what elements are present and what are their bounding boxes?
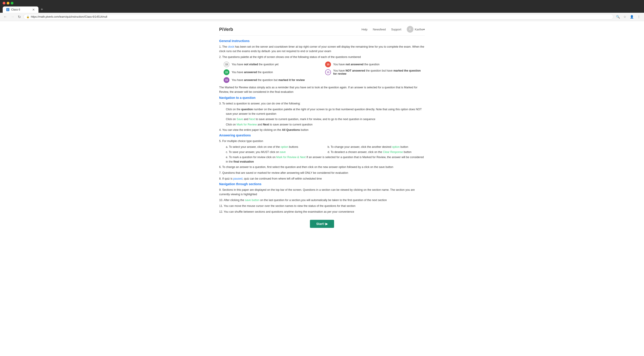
url-text: https://math.piverb.com/learn/quizInstru…: [31, 15, 610, 18]
fullscreen-button[interactable]: [11, 2, 14, 4]
instruction-2: 2. The questions palette at the right of…: [219, 55, 425, 59]
status-not-answered-marked-label: You have NOT answered the question but h…: [333, 69, 425, 75]
circle-not-answered-marked: 15: [325, 69, 331, 75]
newsfeed-link[interactable]: Newsfeed: [373, 28, 386, 31]
status-answered: 15 You have answered the question: [224, 69, 323, 75]
instruction-6: 6. To change an answer to a question, fi…: [219, 165, 425, 169]
instruction-10: 10. After clicking the save button on th…: [219, 198, 425, 202]
instruction-3: 3. To select a question to answer, you c…: [219, 101, 425, 106]
status-not-visited: 15 You have not visited the question yet: [224, 62, 323, 67]
site-logo: PiVerb: [219, 27, 233, 32]
instruction-7: 7. Questions that are saved or marked fo…: [219, 170, 425, 175]
browser-toolbar: ← → ↻ 🔒 https://math.piverb.com/learn/qu…: [0, 13, 644, 21]
minimize-button[interactable]: [7, 2, 10, 4]
instruction-4: 4. You can view the entire paper by clic…: [219, 128, 425, 132]
circle-not-answered: 15: [325, 62, 331, 67]
answer-row-a: a. To select your answer, click on one o…: [226, 145, 323, 149]
marked-review-note: The Marked for Review status simply acts…: [219, 85, 425, 94]
instruction-5: 5. For multiple choice type question: [219, 139, 425, 143]
active-tab[interactable]: C Class 6 ✕: [3, 6, 38, 13]
instruction-1: 1. The clock has been set on the server …: [219, 44, 425, 54]
answer-row-c: c. To save your answer, you MUST click o…: [226, 150, 323, 154]
tab-title: Class 6: [11, 8, 20, 11]
start-button[interactable]: Start! ▶: [310, 220, 334, 228]
status-answered-label: You have answered the question: [232, 71, 273, 74]
sub-instruction-3-3: Click on Mark for Review and Next to sav…: [226, 122, 425, 127]
toolbar-icons: 🔍 ☆ 👤 ⋮: [615, 14, 641, 19]
close-button[interactable]: [3, 2, 5, 4]
lock-icon: 🔒: [26, 16, 30, 18]
status-grid: 15 You have not visited the question yet…: [224, 62, 425, 83]
answer-row-e: e. To mark a question for review click o…: [226, 155, 425, 164]
circle-answered-marked: 15: [224, 77, 230, 83]
status-answered-marked-label: You have answered the question but marke…: [232, 78, 305, 82]
start-button-wrapper: Start! ▶: [219, 215, 425, 232]
general-instructions-title: General Instructions: [219, 39, 425, 43]
nav-question-title: Navigation to a question: [219, 96, 425, 100]
browser-tabs: C Class 6 ✕ +: [3, 6, 641, 13]
tab-close-icon[interactable]: ✕: [32, 8, 35, 12]
new-tab-button[interactable]: +: [39, 6, 45, 13]
back-button[interactable]: ←: [3, 14, 8, 19]
answer-row-cd: c. To save your answer, you MUST click o…: [226, 150, 425, 154]
bookmark-icon[interactable]: ☆: [622, 14, 627, 19]
refresh-button[interactable]: ↻: [17, 14, 22, 20]
answer-row-b: b. To change your answer, click the anot…: [328, 145, 425, 149]
traffic-lights: [3, 2, 641, 4]
answer-row-d: d. To deselect a chosen answer, click on…: [328, 150, 425, 154]
status-not-answered-marked: 15 You have NOT answered the question bu…: [325, 69, 425, 75]
page-wrapper: PiVerb Help Newsfeed Support K Karthe▾ G…: [215, 21, 429, 246]
header-nav: Help Newsfeed Support K Karthe▾: [362, 26, 425, 33]
sub-instruction-3-1: Click on the question number on the ques…: [226, 107, 425, 116]
answering-questions-title: Answering questions: [219, 134, 425, 137]
status-not-visited-label: You have not visited the question yet: [232, 63, 278, 66]
nav-sections-title: Navigation through sections: [219, 182, 425, 186]
answering-subgrid: a. To select your answer, click on one o…: [226, 145, 425, 164]
tab-favicon: C: [6, 8, 10, 11]
clock-link[interactable]: clock: [228, 45, 234, 48]
status-answered-marked: 15 You have answered the question but ma…: [224, 77, 323, 83]
instruction-12: 12. You can shuffle between sections and…: [219, 210, 425, 214]
status-not-answered-label: You have not answered the question: [333, 63, 380, 66]
user-menu[interactable]: K Karthe▾: [407, 26, 425, 33]
circle-not-visited: 15: [224, 62, 230, 67]
address-bar[interactable]: 🔒 https://math.piverb.com/learn/quizInst…: [24, 14, 613, 20]
forward-button[interactable]: →: [10, 14, 15, 19]
help-link[interactable]: Help: [362, 28, 368, 31]
answer-row-ab: a. To select your answer, click on one o…: [226, 145, 425, 149]
user-name: Karthe▾: [415, 28, 425, 31]
circle-answered: 15: [224, 69, 230, 75]
browser-chrome: C Class 6 ✕ +: [0, 0, 644, 13]
site-header: PiVerb Help Newsfeed Support K Karthe▾: [219, 23, 425, 36]
profile-icon[interactable]: 👤: [629, 14, 634, 19]
sub-instruction-3-2: Click on Save and Next to save answer to…: [226, 117, 425, 122]
instruction-8: 8. If quiz is paused, quiz can be contin…: [219, 176, 425, 181]
instruction-11: 11. You can move the mouse cursor over t…: [219, 204, 425, 208]
support-link[interactable]: Support: [391, 28, 402, 31]
status-not-answered: 15 You have not answered the question: [325, 62, 425, 67]
menu-icon[interactable]: ⋮: [636, 14, 641, 19]
search-icon[interactable]: 🔍: [615, 14, 621, 19]
instruction-9: 9. Sections in this paper are displayed …: [219, 188, 425, 196]
user-avatar: K: [407, 26, 414, 33]
